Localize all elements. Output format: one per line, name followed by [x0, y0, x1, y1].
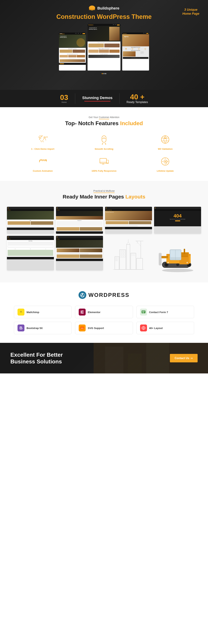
- svg-rect-81: [82, 310, 83, 311]
- svg-point-20: [165, 161, 166, 162]
- features-section: Get Your Customer Attention Top- Notch F…: [0, 107, 208, 181]
- svg-point-94: [143, 329, 144, 330]
- svg-point-79: [22, 312, 23, 313]
- svg-point-73: [167, 262, 169, 263]
- feature-smooth-scrolling: Smooth Scrolling: [75, 134, 133, 150]
- svg-text:CF: CF: [143, 312, 144, 313]
- feature-custom-animation: Custom Animation: [14, 156, 72, 172]
- svg-point-93: [143, 326, 144, 327]
- footer-title: Excellent For Better Business Solutions: [11, 352, 71, 365]
- svg-rect-61: [180, 255, 188, 256]
- click-icon: CLICK: [37, 134, 49, 146]
- brand-logo: Buildsphere: [4, 5, 204, 11]
- update-icon: [159, 156, 171, 168]
- svg-text:CLICK: CLICK: [44, 136, 48, 138]
- features-subtitle: Get Your Customer Attention: [14, 116, 194, 118]
- plugin-layout: 40+ Layout: [136, 322, 194, 334]
- svg-rect-5: [102, 136, 106, 142]
- svg-rect-28: [122, 250, 123, 252]
- svg-point-96: [145, 328, 145, 328]
- svg-rect-80: [81, 310, 82, 314]
- plugin-svg: SVG SVG Support: [75, 322, 133, 334]
- svg-rect-71: [184, 249, 185, 254]
- layout-icon: [140, 324, 147, 332]
- feature-w3: W3 Validation: [136, 134, 194, 150]
- elementor-icon: [79, 308, 86, 316]
- inner-pages-title: Ready Made Inner Pages Layouts: [7, 194, 201, 200]
- plugin-elementor: Elementor: [75, 306, 133, 318]
- w3-label: W3 Validation: [136, 148, 194, 150]
- svg-rect-22: [115, 258, 116, 259]
- page-404: 404 Page Is Not Found. The Page Is Doesn…: [154, 207, 201, 234]
- svg-rect-35: [124, 256, 125, 258]
- page-mechanical: Mechanical Engineering Mechanical Engine…: [105, 207, 152, 234]
- svg-rect-27: [120, 250, 122, 252]
- plugin-cf7: CF Contact Form 7: [136, 306, 194, 318]
- svg-rect-23: [117, 258, 118, 259]
- animation-icon: [37, 156, 49, 168]
- stat-divider: [75, 93, 75, 104]
- screenshot-left: Buildsphere Construction & Building Agen…: [59, 32, 86, 70]
- contact-us-button[interactable]: Contact Us ››: [170, 354, 197, 362]
- plugin-mailchimp: Mailchimp: [14, 306, 72, 318]
- inner-pages-section: Practical & Multiuse Ready Made Inner Pa…: [0, 181, 208, 282]
- svg-point-72: [184, 249, 185, 250]
- svg-rect-32: [124, 253, 125, 255]
- cf7-icon: CF: [140, 308, 147, 316]
- ready-stat: 40 + Ready Templates: [127, 93, 148, 104]
- wp-logo: WORDPRESS: [14, 291, 194, 299]
- svg-point-8: [161, 136, 169, 143]
- svg-point-74: [186, 262, 188, 263]
- bulldozer-area: [154, 236, 201, 274]
- svg-rect-40: [131, 253, 136, 270]
- page-contact: Buildsphere Contact Page 📍Address 📞Phone…: [7, 236, 54, 270]
- plugins-grid: Mailchimp Elementor CF: [14, 306, 194, 318]
- svg-line-37: [127, 242, 128, 244]
- svg-rect-62: [180, 256, 188, 257]
- mouse-icon: [98, 134, 110, 146]
- lifetime-label: Lifetime Update: [136, 170, 194, 172]
- demos-label: Stunning Demos: [82, 96, 113, 100]
- features-grid: CLICK 1 - Click Demo import Smooth Scrol…: [14, 134, 194, 172]
- feature-lifetime-update: Lifetime Update: [136, 156, 194, 172]
- city-sketch-area: [105, 236, 152, 272]
- svg-rect-99: [128, 354, 142, 374]
- unique-badge: 3 Unique Home Page: [182, 8, 199, 16]
- pages-grid-row1: Buildsphere Blog Buildsphere: [7, 207, 201, 234]
- feature-demo-import: CLICK 1 - Click Demo import: [14, 134, 72, 150]
- svg-rect-41: [131, 254, 133, 256]
- svg-rect-98: [105, 347, 123, 374]
- demo-import-label: 1 - Click Demo import: [14, 148, 72, 150]
- svg-point-56: [176, 263, 179, 266]
- svg-rect-30: [120, 253, 122, 255]
- plugins-row2: Bootstrap 5X SVG SVG Support: [14, 322, 194, 334]
- helmet-icon: [88, 5, 95, 11]
- svg-rect-82: [82, 312, 83, 312]
- svg-rect-29: [124, 250, 125, 252]
- svg-rect-83: [82, 313, 83, 314]
- svg-rect-25: [117, 260, 118, 261]
- svg-line-38: [128, 242, 130, 244]
- wordpress-icon: [78, 291, 86, 299]
- svg-rect-86: [142, 312, 144, 312]
- svg-rect-31: [122, 253, 123, 255]
- elementor-label: Elementor: [88, 311, 100, 314]
- svg-rect-2: [89, 10, 95, 10]
- svg-rect-34: [122, 256, 123, 258]
- features-title: Top- Notch Features Included: [14, 120, 194, 126]
- ready-number: 40 +: [127, 93, 148, 100]
- demos-underline: [84, 101, 111, 102]
- smooth-scrolling-label: Smooth Scrolling: [75, 148, 133, 150]
- svg-rect-21: [115, 256, 119, 270]
- page-enquiry: Buildsphere Enquiry Form: [56, 207, 103, 234]
- svg-rect-100: [146, 343, 169, 374]
- svg-text:SVG: SVG: [81, 328, 83, 329]
- svg-rect-24: [115, 260, 116, 261]
- layout-label: 40+ Layout: [149, 326, 163, 330]
- svg-rect-85: [142, 311, 145, 311]
- svg-point-53: [165, 264, 168, 266]
- contact-arrow-icon: ››: [191, 356, 193, 360]
- animation-label: Custom Animation: [14, 170, 72, 172]
- svg-rect-70: [159, 254, 161, 265]
- svg-rect-11: [100, 158, 107, 163]
